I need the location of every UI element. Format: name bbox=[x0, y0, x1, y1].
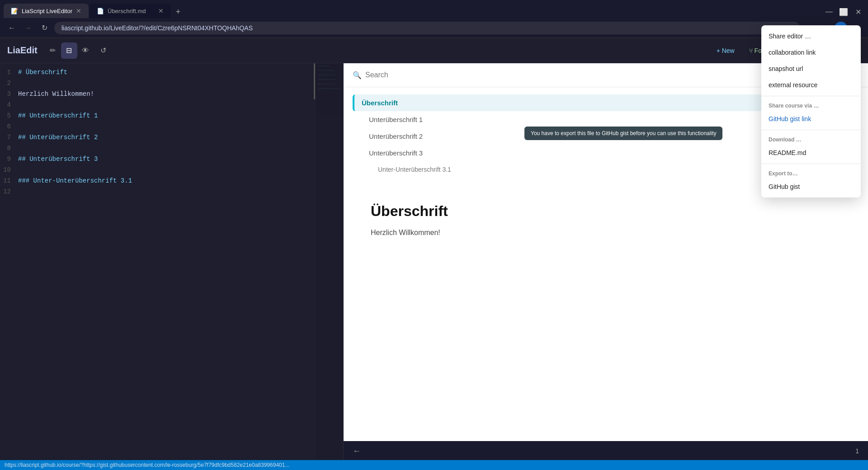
tab2-favicon: 📄 bbox=[97, 8, 104, 14]
tab-bar: 📝 LiaScript LiveEditor ✕ 📄 Überschrift.m… bbox=[0, 0, 868, 18]
line-num-3: 3 bbox=[0, 89, 18, 99]
back-page-button[interactable]: ← bbox=[353, 446, 361, 456]
refresh-button[interactable]: ↺ bbox=[95, 42, 112, 59]
editor-content[interactable]: 1 # Überschrift 2 3 Herzlich Willkommen!… bbox=[0, 63, 343, 201]
toc-item-sub1-label: Unterüberschrift 1 bbox=[369, 116, 423, 123]
menu-item-github-gist-label: GitHub gist bbox=[769, 183, 800, 190]
tab1-favicon: 📝 bbox=[11, 8, 18, 14]
tab1-close[interactable]: ✕ bbox=[76, 7, 81, 14]
toc-item-sub3-label: Unterüberschrift 3 bbox=[369, 149, 423, 157]
preview-content: Überschrift Herzlich Willkommen! bbox=[344, 185, 868, 441]
search-icon: 🔍 bbox=[353, 71, 362, 80]
new-button[interactable]: + New bbox=[709, 43, 742, 58]
menu-item-collab-link[interactable]: collaboration link bbox=[761, 44, 861, 61]
restore-button[interactable]: ⬜ bbox=[837, 5, 850, 18]
menu-item-share-editor[interactable]: Share editor … bbox=[761, 28, 861, 44]
page-number: 1 bbox=[855, 447, 859, 455]
line-5: 5 ## Unterüberschrift 1 bbox=[0, 110, 343, 121]
split-mode-button[interactable]: ⊟ bbox=[61, 42, 77, 59]
minimize-button[interactable]: — bbox=[823, 5, 835, 18]
line-8: 8 bbox=[0, 143, 343, 154]
menu-section-download: Download … README.md bbox=[761, 130, 861, 164]
tab-github[interactable]: 📄 Überschrift.md ✕ bbox=[90, 4, 171, 18]
status-url: https://liascript.github.io/course/?http… bbox=[5, 462, 289, 468]
line-4: 4 bbox=[0, 99, 343, 110]
preview-title: Überschrift bbox=[371, 203, 841, 220]
menu-item-share-editor-label: Share editor … bbox=[769, 33, 811, 40]
back-button[interactable]: ← bbox=[5, 22, 18, 34]
close-button[interactable]: ✕ bbox=[852, 5, 864, 18]
menu-item-snapshot-url[interactable]: snapshot url bbox=[761, 61, 861, 77]
reload-button[interactable]: ↻ bbox=[38, 22, 51, 34]
line-num-7: 7 bbox=[0, 132, 18, 143]
main-layout: 1 # Überschrift 2 3 Herzlich Willkommen!… bbox=[0, 63, 868, 461]
line-num-6: 6 bbox=[0, 121, 18, 132]
menu-section-download-label: Download … bbox=[761, 133, 861, 145]
line-num-9: 9 bbox=[0, 154, 18, 164]
menu-section-share-course-label: Share course via … bbox=[761, 99, 861, 111]
address-bar[interactable] bbox=[54, 22, 800, 34]
line-num-5: 5 bbox=[0, 110, 18, 121]
line-code-11: ### Unter-Unterüberschrift 3.1 bbox=[18, 175, 132, 186]
line-6: 6 bbox=[0, 121, 343, 132]
menu-item-snapshot-url-label: snapshot url bbox=[769, 65, 803, 72]
preview-body: Herzlich Willkommen! bbox=[371, 229, 841, 237]
menu-item-collab-link-label: collaboration link bbox=[769, 49, 816, 56]
menu-section-share-course: Share course via … GitHub gist link bbox=[761, 96, 861, 130]
menu-section-export: Export to… GitHub gist bbox=[761, 164, 861, 197]
preview-mode-button[interactable]: 👁 bbox=[77, 42, 94, 59]
menu-item-readme-md-label: README.md bbox=[769, 149, 806, 156]
line-num-4: 4 bbox=[0, 99, 18, 110]
minimap: # ÜberschriftHerzlich Willkommen!## Unte… bbox=[316, 63, 343, 461]
menu-item-github-gist-link[interactable]: GitHub gist link bbox=[761, 111, 861, 127]
line-9: 9 ## Unterüberschrift 3 bbox=[0, 154, 343, 164]
scroll-thumb[interactable] bbox=[314, 63, 315, 99]
menu-item-github-gist[interactable]: GitHub gist bbox=[761, 179, 861, 195]
line-3: 3 Herzlich Willkommen! bbox=[0, 89, 343, 99]
line-code-3: Herzlich Willkommen! bbox=[18, 89, 94, 99]
line-num-8: 8 bbox=[0, 143, 18, 154]
line-code-1: # Überschrift bbox=[18, 67, 67, 78]
preview-footer: ← 1 bbox=[344, 441, 868, 461]
tab2-close[interactable]: ✕ bbox=[158, 7, 164, 14]
toc-item-uberschrift-label: Überschrift bbox=[362, 99, 398, 107]
app-header: LiaEdit ✏ ⊟ 👁 ↺ + New ⑂ Fork Menu ▾ 👥 1 … bbox=[0, 38, 868, 63]
line-2: 2 bbox=[0, 78, 343, 89]
toc-item-subsub1-label: Unter-Unterüberschrift 3.1 bbox=[378, 166, 451, 173]
tab-liascript[interactable]: 📝 LiaScript LiveEditor ✕ bbox=[4, 4, 89, 18]
tab1-title: LiaScript LiveEditor bbox=[22, 8, 72, 14]
line-num-12: 12 bbox=[0, 186, 18, 197]
line-code-9: ## Unterüberschrift 3 bbox=[18, 154, 98, 164]
line-code-5: ## Unterüberschrift 1 bbox=[18, 110, 98, 121]
editor-panel: 1 # Überschrift 2 3 Herzlich Willkommen!… bbox=[0, 63, 344, 461]
line-num-1: 1 bbox=[0, 67, 18, 78]
line-num-10: 10 bbox=[0, 164, 18, 175]
menu-dropdown: Share editor … collaboration link snapsh… bbox=[761, 25, 861, 197]
address-bar-row: ← → ↻ ☆ ⬡ T ⋮ bbox=[0, 18, 868, 38]
line-1: 1 # Überschrift bbox=[0, 67, 343, 78]
line-7: 7 ## Unterüberschrift 2 bbox=[0, 132, 343, 143]
line-12: 12 bbox=[0, 186, 343, 197]
status-bar: https://liascript.github.io/course/?http… bbox=[0, 460, 868, 470]
menu-item-ext-resource-label: external resource bbox=[769, 81, 817, 89]
forward-button[interactable]: → bbox=[22, 22, 34, 34]
scroll-indicator bbox=[314, 63, 315, 461]
new-tab-button[interactable]: + bbox=[172, 5, 184, 18]
menu-section-share-editor: Share editor … collaboration link snapsh… bbox=[761, 25, 861, 96]
line-num-2: 2 bbox=[0, 78, 18, 89]
edit-mode-button[interactable]: ✏ bbox=[45, 42, 61, 59]
menu-item-ext-resource[interactable]: external resource bbox=[761, 77, 861, 93]
menu-item-readme-md[interactable]: README.md bbox=[761, 145, 861, 161]
toc-item-sub2-label: Unterüberschrift 2 bbox=[369, 132, 423, 140]
line-num-11: 11 bbox=[0, 175, 18, 186]
line-10: 10 bbox=[0, 164, 343, 175]
tooltip-text: You have to export this file to GitHub g… bbox=[531, 130, 716, 136]
app-logo: LiaEdit bbox=[7, 45, 38, 56]
line-11: 11 ### Unter-Unterüberschrift 3.1 bbox=[0, 175, 343, 186]
tooltip: You have to export this file to GitHub g… bbox=[524, 127, 722, 140]
tab2-title: Überschrift.md bbox=[108, 8, 146, 14]
menu-section-export-label: Export to… bbox=[761, 167, 861, 179]
line-code-7: ## Unterüberschrift 2 bbox=[18, 132, 98, 143]
menu-item-github-gist-link-label: GitHub gist link bbox=[769, 115, 811, 122]
